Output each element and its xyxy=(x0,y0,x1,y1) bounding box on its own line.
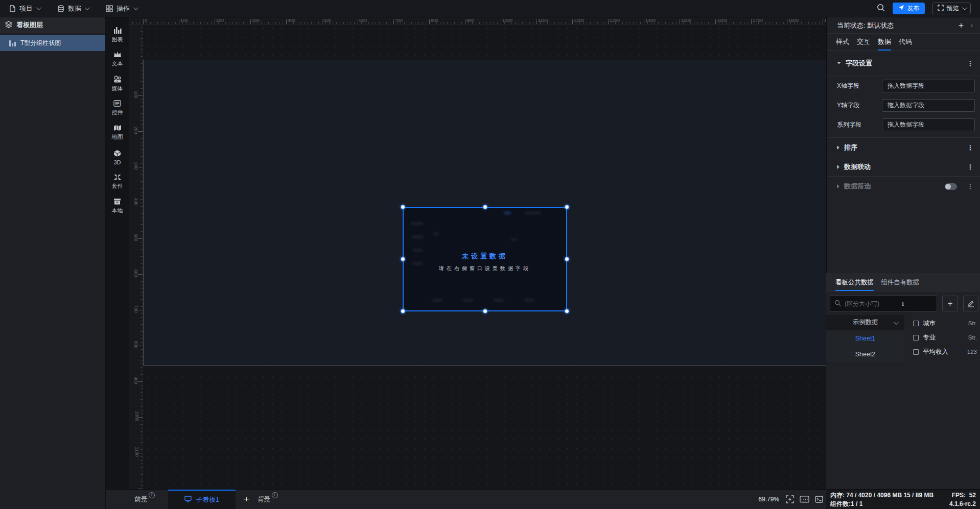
text-cursor: Ι xyxy=(902,300,906,308)
y-axis-field-row: Y轴字段 拖入数据字段 xyxy=(832,99,975,112)
field-checkbox[interactable] xyxy=(913,335,919,341)
memory-status: 内存: 74 / 4020 / 4096 MB 15 / 89 MB xyxy=(830,491,934,500)
tab-data[interactable]: 数据 xyxy=(878,34,891,51)
toolbox-item-chart[interactable]: 图表 xyxy=(106,22,129,47)
console-icon[interactable] xyxy=(815,496,823,503)
v-ruler-label: 100 xyxy=(133,90,138,98)
toolbox-item-label: 地图 xyxy=(112,133,123,141)
field-checkbox[interactable] xyxy=(913,321,919,326)
resize-handle-n[interactable] xyxy=(483,205,487,209)
tab-code[interactable]: 代码 xyxy=(899,34,912,51)
board-icon xyxy=(184,496,192,504)
edit-dataset-button[interactable] xyxy=(963,296,978,311)
search-box[interactable]: Ι xyxy=(830,295,937,312)
linkage-section-header[interactable]: 数据联动 ⋮ xyxy=(827,157,980,177)
field-row-major[interactable]: 专业 Str. xyxy=(904,330,980,345)
zoom-level[interactable]: 69.79% xyxy=(758,496,779,503)
add-dataset-button[interactable]: + xyxy=(942,296,958,311)
add-state-button[interactable]: + xyxy=(959,20,964,31)
add-board-button[interactable]: + xyxy=(244,494,249,505)
publish-button[interactable]: 发布 xyxy=(893,3,925,14)
field-checkbox[interactable] xyxy=(913,349,919,355)
foreground-tab[interactable]: 前景 + xyxy=(134,495,155,504)
field-type: Str. xyxy=(968,334,977,341)
toolbox-item-kit[interactable]: 套件 xyxy=(106,169,129,194)
toolbox-item-widget[interactable]: 控件 xyxy=(106,96,129,120)
add-foreground-icon[interactable]: + xyxy=(149,492,155,498)
x-axis-drop-zone[interactable]: 拖入数据字段 xyxy=(882,80,975,92)
toolbox-item-label: 媒体 xyxy=(112,85,123,92)
field-settings-header[interactable]: 字段设置 ⋮ xyxy=(827,51,980,76)
field-type: 123 xyxy=(967,349,977,355)
resize-handle-nw[interactable] xyxy=(401,205,405,209)
chevron-down-icon xyxy=(894,320,899,325)
resize-handle-ne[interactable] xyxy=(565,205,569,209)
toolbox-item-media[interactable]: 媒体 xyxy=(106,71,129,96)
camera-icon xyxy=(113,76,122,83)
menu-operation[interactable]: 操作 xyxy=(97,0,146,17)
menu-data[interactable]: 数据 xyxy=(49,0,97,17)
ghost-axis-label xyxy=(411,222,423,225)
kebab-menu-icon[interactable]: ⋮ xyxy=(967,163,974,171)
kebab-menu-icon[interactable]: ⋮ xyxy=(967,143,974,152)
keyboard-icon[interactable] xyxy=(800,496,809,503)
resize-handle-sw[interactable] xyxy=(401,309,405,313)
h-ruler-label: 1300 xyxy=(610,18,620,23)
filter-section-header[interactable]: 数据筛选 ⋮ xyxy=(827,177,980,196)
document-icon xyxy=(9,5,16,12)
h-ruler-label: 1800 xyxy=(788,18,799,23)
toggle-knob xyxy=(945,184,951,189)
subboard-tab-active[interactable]: 子看板1 xyxy=(168,490,236,509)
resize-handle-s[interactable] xyxy=(483,309,487,313)
sheet-name: Sheet1 xyxy=(855,335,876,342)
kebab-menu-icon[interactable]: ⋮ xyxy=(967,182,974,190)
h-ruler-label: 1100 xyxy=(538,18,548,23)
grid-icon xyxy=(106,5,113,12)
toolbox-item-text[interactable]: 文本 xyxy=(106,47,129,71)
tab-own-data[interactable]: 组件自有数据 xyxy=(881,273,919,292)
resize-handle-se[interactable] xyxy=(565,309,569,313)
resize-handle-e[interactable] xyxy=(565,257,569,261)
tab-style[interactable]: 样式 xyxy=(836,34,849,51)
sheet-item-active[interactable]: Sheet1 xyxy=(826,331,904,346)
filter-toggle[interactable] xyxy=(945,183,957,190)
add-background-icon[interactable]: + xyxy=(272,492,278,498)
dataset-select[interactable]: 示例数据 xyxy=(826,315,904,330)
h-ruler-label: 1200 xyxy=(574,18,584,23)
resize-handle-w[interactable] xyxy=(401,257,405,261)
background-tab[interactable]: 背景 + xyxy=(258,495,278,504)
design-canvas[interactable]: 0100200300400500600700800900100011001200… xyxy=(129,17,826,489)
field-search-input[interactable] xyxy=(845,300,911,307)
v-ruler-label: 200 xyxy=(133,126,138,134)
triangle-down-icon xyxy=(837,62,841,64)
tab-interaction[interactable]: 交互 xyxy=(857,34,870,51)
toolbox-item-map[interactable]: 地图 xyxy=(106,120,129,145)
preview-button[interactable]: 预览 xyxy=(932,3,971,14)
y-axis-drop-zone[interactable]: 拖入数据字段 xyxy=(882,99,975,112)
ghost-mark xyxy=(511,238,517,241)
kebab-menu-icon[interactable]: ⋮ xyxy=(967,59,974,67)
search-icon[interactable] xyxy=(876,3,885,14)
fit-screen-icon[interactable] xyxy=(786,495,794,503)
chevron-down-icon xyxy=(36,5,41,10)
sort-section-header[interactable]: 排序 ⋮ xyxy=(827,138,980,157)
toolbox-item-label: 图表 xyxy=(112,36,123,43)
menu-project[interactable]: 项目 xyxy=(0,0,49,17)
chevron-down-icon xyxy=(85,5,90,10)
tab-public-data[interactable]: 看板公共数据 xyxy=(835,273,874,292)
toolbox-item-3d[interactable]: 3D xyxy=(106,145,129,169)
component-toolbox: 图表 文本 媒体 控件 地图 3D 套件 本地 xyxy=(106,17,129,509)
field-row-avg-income[interactable]: 平均收入 123 xyxy=(904,345,980,359)
series-field-label: 系列字段 xyxy=(832,120,882,129)
toolbox-item-local[interactable]: 本地 xyxy=(106,194,129,219)
field-row-city[interactable]: 城市 Str. xyxy=(904,316,980,330)
v-ruler-label: 800 xyxy=(133,341,138,348)
h-ruler-label: 100 xyxy=(180,18,188,23)
background-label: 背景 xyxy=(258,495,271,504)
chevron-right-icon[interactable]: › xyxy=(971,22,973,29)
layer-item-selected[interactable]: T型分组柱状图 xyxy=(0,35,105,51)
sheet-item[interactable]: Sheet2 xyxy=(826,347,904,361)
series-drop-zone[interactable]: 拖入数据字段 xyxy=(882,118,975,131)
selected-chart-element[interactable]: 未设置数据 请在右侧窗口设置数据字段 xyxy=(403,207,567,311)
text-icon xyxy=(113,51,122,58)
